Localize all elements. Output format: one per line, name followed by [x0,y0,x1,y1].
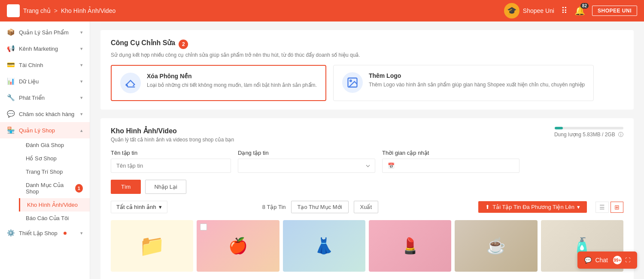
sidebar-label-kenh-marketing: Kênh Marketing [19,46,58,52]
media-item-2[interactable]: 👗 [283,220,365,272]
search-button[interactable]: Tìm [111,180,141,194]
warehouse-desc: Quản lý tất cả hình ảnh và videos trong … [111,137,234,143]
dev-icon: 🔧 [7,94,15,101]
xoa-phong-nen-icon-bg [120,73,141,93]
shopee-logo[interactable] [7,4,20,17]
tool-badge: 2 [179,40,188,49]
shopee-uni-label: Shopee Uni [523,7,554,14]
media-checkbox-1[interactable] [200,224,207,230]
chevron-up-icon: ▴ [80,128,83,133]
chevron-down-icon: ▾ [80,79,83,84]
sidebar-item-quan-ly-san-pham[interactable]: 📦 Quản Lý Sản Phẩm ▾ [0,24,90,40]
main-content: Công Cụ Chỉnh Sửa 2 Sử dụng kết hợp nhiề… [90,21,644,279]
shopee-uni: 🎓 Shopee Uni [504,3,554,18]
tool-item-them-logo-desc: Thêm Logo vào hình ảnh sản phẩm giúp gia… [369,81,585,89]
shop-icon: 🏪 [7,126,15,134]
sidebar-label-quan-ly-san-pham: Quản Lý Sản Phẩm [19,29,69,36]
filename-input[interactable] [111,159,231,173]
media-item-folder[interactable]: 📁 [111,220,193,272]
storage-info: Dung lượng 5.83MB / 2GB ⓘ [554,127,623,138]
filetype-select[interactable] [238,159,375,173]
media-item-4[interactable]: ☕ [455,220,537,272]
chevron-down-icon: ▾ [80,46,83,52]
date-input[interactable] [382,159,519,173]
breadcrumb-home[interactable]: Trang chủ [23,7,51,14]
sidebar-sub-menu: Đánh Giá Shop Hồ Sơ Shop Trang Trí Shop … [0,138,90,225]
shopee-uni-icon: 🎓 [504,3,519,18]
sidebar-item-cham-soc[interactable]: 💬 Chăm sóc khách hàng ▾ [0,106,90,122]
reset-button[interactable]: Nhập Lại [145,180,186,194]
tool-items: Xóa Phông Nền Loại bỏ những chi tiết khô… [111,65,623,101]
sidebar-sub-danh-gia-shop[interactable]: Đánh Giá Shop [19,138,90,152]
sidebar-sub-kho-hinh-anh[interactable]: Kho Hình Ảnh/Video [19,198,90,212]
breadcrumb-separator: > [54,7,58,14]
breadcrumb: Trang chủ > Kho Hình Ảnh/Video [23,7,115,14]
upload-label: Tải Tập Tin Đa Phương Tiện Lên [492,204,574,210]
chat-label: Chat [595,257,608,264]
list-view-button[interactable]: ☰ [595,202,609,213]
tool-item-them-logo-name: Thêm Logo [369,72,585,79]
media-grid: 📁 🍎 👗 💄 ☕ [111,220,623,272]
filter-group-filename: Tên tập tin [111,150,231,173]
sidebar-label-quan-ly-shop: Quản Lý Shop [19,127,55,134]
chevron-down-icon: ▾ [80,30,83,35]
chevron-down-icon: ▾ [80,62,83,68]
settings-icon: ⚙️ [7,229,15,237]
sidebar-label-du-lieu: Dữ Liệu [19,78,39,85]
chevron-down-icon: ▾ [80,230,83,236]
filetype-label: Dạng tập tin [238,150,375,156]
sidebar-sub-danh-muc-cua-shop[interactable]: Danh Mục Của Shop 1 [19,178,90,198]
svg-point-1 [350,80,352,82]
them-logo-icon-bg [342,72,363,93]
sidebar-item-quan-ly-shop[interactable]: 🏪 Quản Lý Shop ▴ [0,122,90,138]
sidebar-main-items: 📦 Quản Lý Sản Phẩm ▾ 📢 Kênh Marketing ▾ … [0,21,90,244]
danh-muc-badge: 1 [75,184,83,193]
media-toolbar: Tất cả hình ảnh ▾ 8 Tập Tin Tạo Thư Mục … [111,201,623,213]
tool-item-xoa-phong-nen[interactable]: Xóa Phông Nền Loại bỏ những chi tiết khô… [111,65,326,101]
info-icon: ⓘ [618,132,623,138]
upload-button[interactable]: ⬆ Tải Tập Tin Đa Phương Tiện Lên ▾ [478,201,587,213]
tool-card-title: Công Cụ Chỉnh Sửa [111,39,175,47]
folder-selector[interactable]: Tất cả hình ảnh ▾ [111,201,167,213]
chat-count: 99+ [613,256,622,264]
data-icon: 📊 [7,77,15,85]
main-layout: 📦 Quản Lý Sản Phẩm ▾ 📢 Kênh Marketing ▾ … [0,21,644,279]
create-folder-button[interactable]: Tạo Thư Mục Mới [291,201,349,213]
settings-red-dot [64,232,67,235]
sidebar-label-phat-trien: Phát Triển [19,95,45,101]
chevron-down-icon: ▾ [80,111,83,117]
sidebar-item-du-lieu[interactable]: 📊 Dữ Liệu ▾ [0,73,90,89]
marketing-icon: 📢 [7,45,15,52]
sidebar-item-phat-trien[interactable]: 🔧 Phát Triển ▾ [0,89,90,106]
media-item-1[interactable]: 🍎 [197,220,279,272]
media-item-3[interactable]: 💄 [369,220,451,272]
sidebar-sub-ho-so-shop[interactable]: Hồ Sơ Shop [19,152,90,165]
package-icon: 📦 [7,28,15,36]
apps-grid-icon[interactable]: ⠿ [561,6,568,16]
expand-icon: ⛶ [625,257,630,263]
file-count: 8 Tập Tin [262,204,286,210]
warehouse-card: Kho Hình Ảnh/Video Quản lý tất cả hình ả… [100,118,634,279]
sidebar-item-kenh-marketing[interactable]: 📢 Kênh Marketing ▾ [0,40,90,57]
export-button[interactable]: Xuất [354,201,379,213]
sidebar-sub-bao-cao-cua-toi[interactable]: Báo Cáo Của Tôi [19,212,90,225]
tool-item-xoa-phong-nen-name: Xóa Phông Nền [147,73,317,80]
sidebar: 📦 Quản Lý Sản Phẩm ▾ 📢 Kênh Marketing ▾ … [0,21,90,279]
notification-bell[interactable]: 🔔 82 [574,6,585,16]
date-label: Thời gian cập nhật [382,150,519,156]
sidebar-sub-trang-tri-shop[interactable]: Trang Trí Shop [19,165,90,178]
shopee-uni-button[interactable]: SHOPEE UNI [592,6,637,16]
top-nav-right: 🎓 Shopee Uni ⠿ 🔔 82 SHOPEE UNI [504,3,637,18]
sidebar-item-tai-chinh[interactable]: 💳 Tài Chính ▾ [0,57,90,73]
filter-row: Tên tập tin Dạng tập tin Thời gian cập n… [111,150,623,173]
bell-count: 82 [580,3,589,9]
folder-all-label: Tất cả hình ảnh [116,204,156,210]
sidebar-item-thiet-lap-shop[interactable]: ⚙️ Thiết Lập Shop ▾ [0,225,90,241]
finance-icon: 💳 [7,61,15,69]
filter-group-date: Thời gian cập nhật [382,150,519,173]
grid-view-button[interactable]: ⊞ [611,202,623,213]
tool-item-them-logo[interactable]: Thêm Logo Thêm Logo vào hình ảnh sản phẩ… [333,65,594,101]
chat-button[interactable]: 💬 Chat 99+ ⛶ [577,251,637,269]
filename-label: Tên tập tin [111,150,231,156]
warehouse-header: Kho Hình Ảnh/Video Quản lý tất cả hình ả… [111,127,623,143]
